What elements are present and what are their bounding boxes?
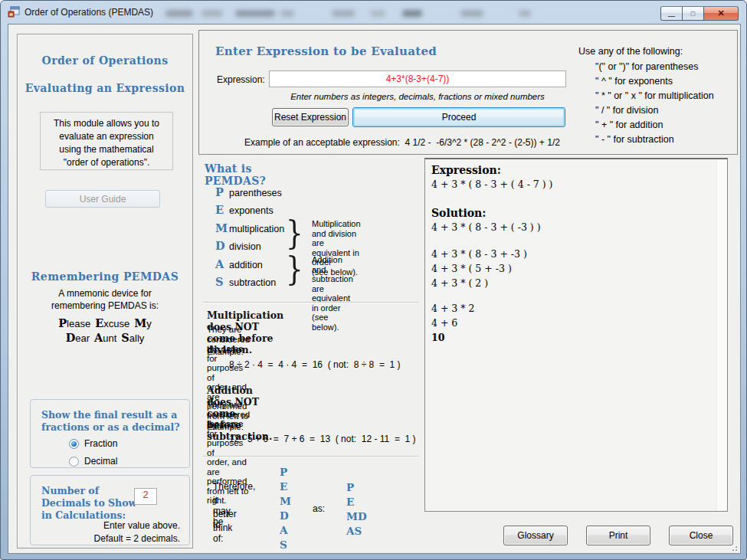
expression-entry-heading: Enter Expression to be Evaluated [215,44,437,58]
mnemonic-initial: D [66,331,76,344]
pemdas-column-letter: A [280,524,287,536]
mnemonic-rest: ally [129,332,145,344]
mnemonic-initial: E [95,316,103,329]
mnemonic-intro: A mnemonic device for [18,288,192,299]
mnemonic-word: Please [58,316,90,329]
radio-selected-icon[interactable] [69,439,79,449]
decimals-hint: Default = 2 decimals. [94,533,180,544]
multiplication-example: 8 ÷ 2 · 4 = 4 · 4 = 16 ( not: 8 ÷ 8 = 1 … [229,359,401,370]
solution-spacer [431,292,712,303]
pemdas-item: Mmultiplication [215,221,284,234]
pemd-as-column-entry: P [346,481,354,493]
solution-step: 4 + 3 * ( 5 + -3 ) [431,263,712,277]
usage-list: "(" or ")" for parentheses " ^ " for exp… [578,60,714,147]
description-line: "order of operations". [41,156,172,169]
mnemonic-word: Sally [121,331,144,344]
close-button[interactable]: ✕ [704,6,739,21]
decimals-groupbox: Number of Decimals to Show in Calculatio… [30,475,190,545]
client-area: Order of Operations Evaluating an Expres… [8,24,741,554]
mnemonic-rest: xcuse [103,318,129,329]
mnemonic-initial: A [94,331,103,344]
pemdas-item: Aaddition [215,257,263,270]
example-label: Example: [207,422,244,431]
radio-unselected-icon[interactable] [69,457,79,467]
titlebar-blur-artifact [280,10,294,17]
mnemonic-line-2: DearAuntSally [18,331,192,345]
close-icon: ✕ [717,8,724,18]
print-button[interactable]: Print [586,526,650,545]
decimals-input[interactable]: 2 [134,488,157,505]
solution-output-label: Solution: [431,207,712,221]
close-dialog-button[interactable]: Close [669,526,733,545]
solution-scrollbar[interactable] [716,160,726,510]
mnemonic-rest: unt [103,332,116,344]
reset-expression-button[interactable]: Reset Expression [272,108,349,126]
pemdas-column-letter: E [280,480,287,493]
note-line: Addition and subtraction [312,255,353,284]
separator-line [203,302,419,303]
minimize-icon: — [668,12,675,20]
resize-grip[interactable] [729,543,737,551]
titlebar[interactable]: Order of Operations (PEMDAS) — □ ✕ [1,1,746,24]
mnemonic-rest: ear [75,332,90,344]
expression-output-label: Expression: [431,164,712,178]
module-description: This module allows you to evaluate an ex… [40,112,173,170]
pemdas-column-letter: S [280,539,287,551]
usage-item: " / " for division [578,103,714,118]
decimal-radio[interactable]: Decimal [69,456,117,467]
titlebar-blur-artifact [402,10,422,17]
mnemonic-initial: M [134,316,146,329]
as-brace-glyph: } [286,251,303,288]
as-equivalence-note: Addition and subtraction are equivalent … [312,255,353,332]
decimals-title-line: Decimals to Show [41,497,136,509]
user-guide-button[interactable]: User Guide [45,190,160,208]
addition-example: 12 - 5 + 6 = 7 + 6 = 13 ( not: 12 - 11 =… [229,434,416,444]
solution-spacer [431,193,712,207]
solution-result: 10 [431,332,712,346]
solution-step: 4 + 6 [431,317,712,332]
pemdas-column-letter: M [280,495,291,507]
usage-item: " ^ " for exponents [578,74,714,89]
example-label: Example: [207,347,244,356]
solution-step: 4 + 3 * ( 2 ) [431,277,712,292]
usage-heading: Use any of the following: [578,46,714,57]
maximize-button[interactable]: □ [683,6,704,21]
titlebar-blur-artifact [201,10,223,17]
minimize-button[interactable]: — [660,6,683,21]
pemdas-letter: A [215,257,229,270]
solution-output-panel: Expression: 4 + 3 * ( 8 - 3 + ( 4 - 7 ) … [424,158,728,512]
app-icon [8,6,20,18]
pemdas-word: addition [229,260,263,270]
usage-item: " - " for subtraction [578,133,714,147]
pemd-as-column-entry: MD [346,510,367,522]
pemdas-letter: D [215,239,229,252]
pemdas-letter: E [215,203,229,216]
description-line: This module allows you to [41,117,172,130]
titlebar-blur-artifact [519,10,531,17]
fraction-radio[interactable]: Fraction [69,438,117,449]
fraction-radio-label: Fraction [84,438,117,449]
pemdas-word: subtraction [229,277,276,288]
app-window: Order of Operations (PEMDAS) — □ ✕ Order… [0,0,747,560]
pemdas-word: exponents [229,205,274,216]
mnemonic-line-1: PleaseExcuseMy [18,316,192,330]
mnemonic-word: Aunt [94,331,116,344]
solution-step: 4 + 3 * 2 [431,303,712,317]
pemdas-letter: P [215,185,229,198]
pemd-as-column-entry: AS [346,525,362,537]
proceed-button[interactable]: Proceed [352,107,565,127]
glossary-button[interactable]: Glossary [503,526,568,545]
pemdas-item: Ssubtraction [215,275,276,288]
result-format-groupbox: Show the final result as a fractions or … [30,399,190,468]
note-line: are equivalent in order [312,284,353,313]
expression-label: Expression: [217,74,265,85]
left-info-panel: Order of Operations Evaluating an Expres… [17,34,193,549]
result-format-title-line: fractions or as a decimal? [41,421,180,434]
mnemonic-intro: remembering PEMDAS is: [18,300,192,311]
titlebar-blur-artifact [460,10,483,17]
separator-line [203,456,419,457]
decimal-radio-label: Decimal [84,456,117,467]
remembering-pemdas-heading: Remembering PEMDAS [18,270,192,283]
result-format-title: Show the final result as a fractions or … [41,409,180,434]
expression-input[interactable]: 4+3*(8-3+(4-7)) [269,70,566,87]
